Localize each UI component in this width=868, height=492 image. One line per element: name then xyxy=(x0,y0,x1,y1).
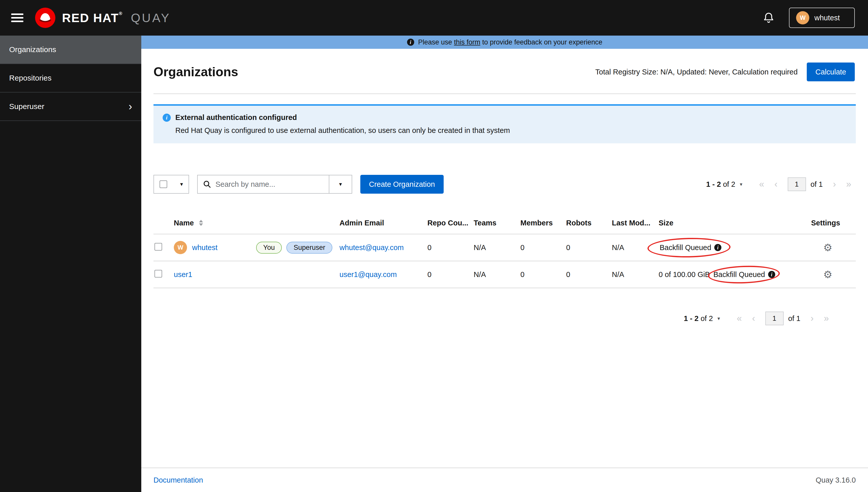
toolbar: Create Organization 1 - 2 of 2 of 1 xyxy=(153,175,856,194)
next-page-button[interactable] xyxy=(805,314,819,323)
org-name-link[interactable]: user1 xyxy=(174,270,192,279)
members-cell: 0 xyxy=(520,270,566,279)
quay-app: RED HAT® QUAY W whutest Organizations xyxy=(0,0,868,492)
sidebar-item-label: Repositories xyxy=(9,74,52,82)
user-menu[interactable]: W whutest xyxy=(789,8,855,28)
calculate-button[interactable]: Calculate xyxy=(807,63,855,81)
column-header-robots: Robots xyxy=(566,219,612,227)
masthead: RED HAT® QUAY W whutest xyxy=(0,0,868,35)
last-page-button[interactable] xyxy=(819,314,834,323)
pagination-menu-toggle[interactable] xyxy=(740,182,742,187)
robots-cell: 0 xyxy=(566,243,612,252)
next-page-button[interactable] xyxy=(827,180,842,189)
previous-page-button[interactable] xyxy=(769,180,783,189)
checkbox-cell xyxy=(153,243,174,252)
page-body: Organizations Repositories Superuser Ple… xyxy=(0,35,868,492)
org-name-link[interactable]: whutest xyxy=(192,243,218,252)
sidebar-item-superuser[interactable]: Superuser xyxy=(0,93,141,121)
documentation-link[interactable]: Documentation xyxy=(153,476,203,484)
user-name: whutest xyxy=(814,14,840,22)
pagination-menu-toggle[interactable] xyxy=(718,316,720,321)
last-page-button[interactable] xyxy=(842,180,856,189)
repo-count-cell: 0 xyxy=(427,243,474,252)
alert-title: External authentication configured xyxy=(175,113,297,122)
column-header-name[interactable]: Name xyxy=(174,219,340,227)
chevron-right-icon xyxy=(129,101,132,112)
settings-cell xyxy=(811,269,856,280)
first-page-button[interactable] xyxy=(732,314,747,323)
size-status: Backfill Queued xyxy=(713,270,776,279)
size-cell: 0 of 100.00 GiB Backfill Queued xyxy=(659,270,811,279)
sidebar-item-organizations[interactable]: Organizations xyxy=(0,35,141,64)
divider xyxy=(153,94,856,94)
settings-gear-icon[interactable] xyxy=(823,242,833,253)
size-usage-text: 0 of 100.00 GiB xyxy=(659,270,710,279)
column-header-settings: Settings xyxy=(811,219,856,227)
feedback-form-link[interactable]: this form xyxy=(454,39,480,46)
notifications-bell-icon[interactable] xyxy=(764,12,774,23)
table-row: user1 user1@quay.com 0 N/A 0 0 N/A 0 of … xyxy=(153,261,856,288)
info-icon[interactable] xyxy=(768,271,775,278)
column-header-members: Members xyxy=(520,219,566,227)
members-cell: 0 xyxy=(520,243,566,252)
sort-icon xyxy=(199,220,203,226)
search-icon xyxy=(203,180,211,188)
main-content: Please use this form to provide feedback… xyxy=(141,35,868,492)
column-header-repo-count: Repo Cou... xyxy=(427,219,474,227)
chevron-down-icon xyxy=(845,15,848,21)
chevron-down-icon xyxy=(180,181,183,187)
admin-email-link[interactable]: user1@quay.com xyxy=(340,270,427,279)
info-icon xyxy=(163,114,171,122)
column-header-teams: Teams xyxy=(474,219,520,227)
admin-email-link[interactable]: whutest@quay.com xyxy=(340,243,427,252)
brand-redhat-text: RED HAT® xyxy=(62,11,123,25)
first-page-button[interactable] xyxy=(755,180,769,189)
size-status-text: Backfill Queued xyxy=(714,270,765,279)
organizations-table: Name Admin Email Repo Cou... Teams Membe… xyxy=(153,212,856,288)
badges: You Superuser xyxy=(256,242,332,254)
footer: Documentation Quay 3.16.0 xyxy=(141,468,868,492)
search-options-toggle[interactable] xyxy=(329,175,352,193)
menu-toggle-icon[interactable] xyxy=(11,14,23,22)
sidebar: Organizations Repositories Superuser xyxy=(0,35,141,492)
user-avatar: W xyxy=(796,11,809,24)
info-icon[interactable] xyxy=(714,244,721,251)
search-input[interactable] xyxy=(216,180,323,189)
size-status-text: Backfill Queued xyxy=(660,243,711,252)
settings-cell xyxy=(811,242,856,253)
pagination-nav: of 1 xyxy=(755,177,856,191)
bulk-select-dropdown[interactable] xyxy=(153,175,189,194)
teams-cell: N/A xyxy=(474,243,520,252)
create-organization-button[interactable]: Create Organization xyxy=(360,175,444,194)
pagination-range: 1 - 2 of 2 xyxy=(684,314,713,323)
banner-text: Please use this form to provide feedback… xyxy=(418,39,602,46)
pagination-range: 1 - 2 of 2 xyxy=(706,180,735,189)
size-status: Backfill Queued xyxy=(659,243,722,252)
last-modified-cell: N/A xyxy=(612,243,659,252)
table-header-row: Name Admin Email Repo Cou... Teams Membe… xyxy=(153,212,856,234)
settings-gear-icon[interactable] xyxy=(823,269,833,280)
row-checkbox[interactable] xyxy=(154,243,162,251)
alert-header: External authentication configured xyxy=(163,113,847,122)
teams-cell: N/A xyxy=(474,270,520,279)
current-page-input[interactable] xyxy=(788,177,806,191)
name-cell: user1 xyxy=(174,270,340,279)
info-icon xyxy=(407,39,414,46)
pagination-nav: of 1 xyxy=(732,312,834,325)
feedback-banner: Please use this form to provide feedback… xyxy=(141,35,868,49)
last-modified-cell: N/A xyxy=(612,270,659,279)
previous-page-button[interactable] xyxy=(747,314,761,323)
row-checkbox[interactable] xyxy=(154,270,162,277)
sidebar-item-repositories[interactable]: Repositories xyxy=(0,64,141,93)
select-all-checkbox[interactable] xyxy=(159,180,167,188)
masthead-right: W whutest xyxy=(764,8,855,28)
pagination-bottom-wrapper: 1 - 2 of 2 of 1 xyxy=(153,312,856,325)
column-header-last-modified: Last Mod... xyxy=(612,219,659,227)
red-hat-logo-icon xyxy=(34,7,56,28)
column-header-admin-email: Admin Email xyxy=(340,219,427,227)
org-avatar: W xyxy=(174,241,187,254)
column-header-size: Size xyxy=(659,219,811,227)
current-page-input[interactable] xyxy=(765,312,784,325)
brand-quay-text: QUAY xyxy=(131,11,171,25)
search-box xyxy=(198,175,329,193)
